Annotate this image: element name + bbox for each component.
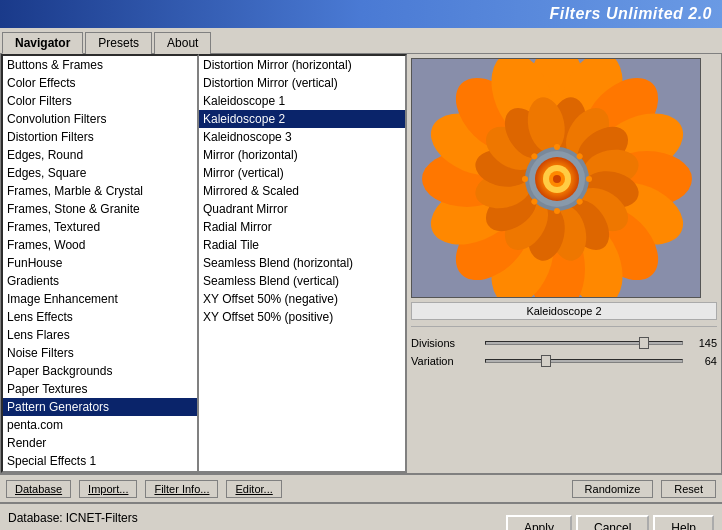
slider-thumb[interactable] (639, 337, 649, 349)
filter-item[interactable]: Seamless Blend (horizontal) (199, 254, 405, 272)
status-bar: Database: ICNET-Filters Filters: 391 App… (0, 502, 722, 530)
preview-svg (412, 59, 701, 298)
category-item[interactable]: Convolution Filters (3, 110, 197, 128)
database-button[interactable]: Database (6, 480, 71, 498)
slider-value: 64 (687, 355, 717, 367)
tab-presets[interactable]: Presets (85, 32, 152, 54)
category-item[interactable]: Frames, Stone & Granite (3, 200, 197, 218)
slider-track[interactable] (485, 359, 683, 363)
cancel-button[interactable]: Cancel (576, 515, 649, 530)
category-item[interactable]: Render (3, 434, 197, 452)
main-content: Buttons & FramesColor EffectsColor Filte… (0, 54, 722, 474)
database-label: Database: (8, 511, 63, 525)
svg-point-41 (586, 176, 592, 182)
slider-value: 145 (687, 337, 717, 349)
randomize-button[interactable]: Randomize (572, 480, 654, 498)
category-item[interactable]: Special Effects 1 (3, 452, 197, 470)
filter-item[interactable]: Quadrant Mirror (199, 200, 405, 218)
filter-item[interactable]: Mirror (vertical) (199, 164, 405, 182)
filter-item[interactable]: Radial Tile (199, 236, 405, 254)
controls-area: Divisions145Variation64 (411, 333, 717, 371)
slider-label: Variation (411, 355, 481, 367)
slider-row: Variation64 (411, 355, 717, 367)
category-item[interactable]: Buttons & Frames (3, 56, 197, 74)
svg-point-43 (554, 208, 560, 214)
category-item[interactable]: Color Filters (3, 92, 197, 110)
title-bar: Filters Unlimited 2.0 (0, 0, 722, 28)
filter-item[interactable]: Kaleidoscope 2 (199, 110, 405, 128)
category-item[interactable]: FunHouse (3, 254, 197, 272)
filter-item[interactable]: Mirrored & Scaled (199, 182, 405, 200)
category-item[interactable]: Lens Flares (3, 326, 197, 344)
slider-track[interactable] (485, 341, 683, 345)
category-item[interactable]: Gradients (3, 272, 197, 290)
divider (411, 326, 717, 327)
help-button[interactable]: Help (653, 515, 714, 530)
filter-item[interactable]: Seamless Blend (vertical) (199, 272, 405, 290)
category-item[interactable]: Noise Filters (3, 344, 197, 362)
category-item[interactable]: Edges, Square (3, 164, 197, 182)
category-item[interactable]: Color Effects (3, 74, 197, 92)
filter-list[interactable]: Distortion Mirror (horizontal)Distortion… (199, 54, 407, 473)
app-title: Filters Unlimited 2.0 (549, 5, 712, 23)
category-list[interactable]: Buttons & FramesColor EffectsColor Filte… (1, 54, 199, 473)
slider-label: Divisions (411, 337, 481, 349)
status-text: Database: ICNET-Filters Filters: 391 (8, 509, 253, 530)
panels-row: Buttons & FramesColor EffectsColor Filte… (1, 54, 721, 473)
category-item[interactable]: Edges, Round (3, 146, 197, 164)
editor-button[interactable]: Editor... (226, 480, 281, 498)
filter-item[interactable]: XY Offset 50% (positive) (199, 308, 405, 326)
category-item[interactable]: Image Enhancement (3, 290, 197, 308)
category-item[interactable]: Lens Effects (3, 308, 197, 326)
apply-button[interactable]: Apply (506, 515, 572, 530)
category-item[interactable]: Distortion Filters (3, 128, 197, 146)
tab-navigator[interactable]: Navigator (2, 32, 83, 54)
preview-label: Kaleidoscope 2 (411, 302, 717, 320)
reset-button[interactable]: Reset (661, 480, 716, 498)
import-button[interactable]: Import... (79, 480, 137, 498)
svg-point-38 (553, 175, 561, 183)
category-item[interactable]: Paper Textures (3, 380, 197, 398)
category-item[interactable]: Frames, Wood (3, 236, 197, 254)
category-item[interactable]: Frames, Marble & Crystal (3, 182, 197, 200)
category-item[interactable]: Special Effects 2 (3, 470, 197, 473)
filter-item[interactable]: Kaleidnoscope 3 (199, 128, 405, 146)
category-item[interactable]: penta.com (3, 416, 197, 434)
svg-point-39 (554, 144, 560, 150)
filter-item[interactable]: Mirror (horizontal) (199, 146, 405, 164)
right-panel: Kaleidoscope 2 Divisions145Variation64 (407, 54, 721, 473)
category-item[interactable]: Frames, Textured (3, 218, 197, 236)
category-item[interactable]: Paper Backgrounds (3, 362, 197, 380)
tab-about[interactable]: About (154, 32, 211, 54)
filter-item[interactable]: Kaleidoscope 1 (199, 92, 405, 110)
filter-item[interactable]: Distortion Mirror (vertical) (199, 74, 405, 92)
preview-area (411, 58, 701, 298)
slider-thumb[interactable] (541, 355, 551, 367)
database-name: ICNET-Filters (66, 511, 138, 525)
filter-info-button[interactable]: Filter Info... (145, 480, 218, 498)
filter-item[interactable]: Distortion Mirror (horizontal) (199, 56, 405, 74)
svg-point-45 (522, 176, 528, 182)
tabs-row: Navigator Presets About (0, 28, 722, 54)
filter-item[interactable]: Radial Mirror (199, 218, 405, 236)
bottom-toolbar: Database Import... Filter Info... Editor… (0, 474, 722, 502)
slider-row: Divisions145 (411, 337, 717, 349)
filter-item[interactable]: XY Offset 50% (negative) (199, 290, 405, 308)
category-item[interactable]: Pattern Generators (3, 398, 197, 416)
